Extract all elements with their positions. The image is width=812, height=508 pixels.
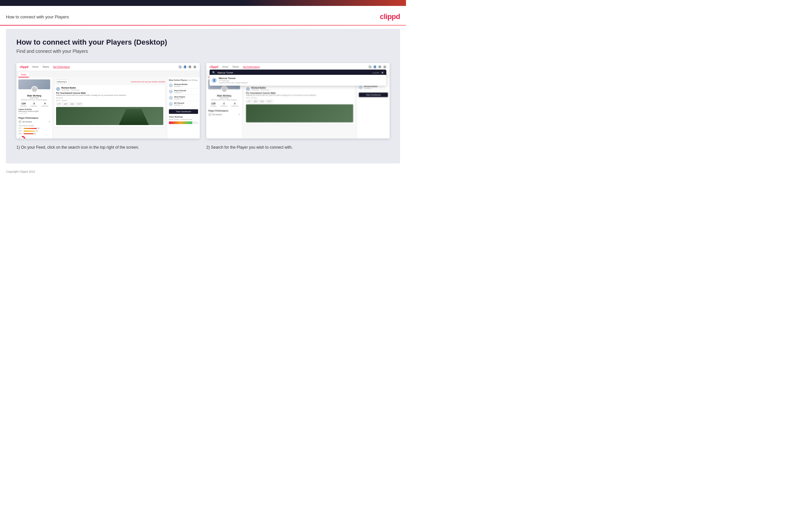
nav-link-home[interactable]: Home bbox=[33, 66, 39, 68]
feed-header: Following ▾ Control who can see your act… bbox=[54, 79, 165, 84]
caption-1: 1) On your Feed, click on the search ico… bbox=[16, 144, 200, 150]
stat-followers: 3 Followers bbox=[31, 102, 37, 107]
activity-avatar bbox=[56, 87, 60, 91]
stat-following: 4 Following bbox=[41, 102, 48, 107]
tag-putt: PUTT bbox=[76, 102, 83, 106]
tag-arg: ARG bbox=[69, 102, 76, 106]
page-title: How to connect with your Players bbox=[6, 14, 69, 19]
search-result-club: Cypress Point Club, United Kingdom bbox=[219, 82, 248, 84]
player-list-item-3: Hiral Pujara Activities: 3 bbox=[169, 95, 198, 101]
search-result-name: Marcus Turner bbox=[219, 77, 248, 80]
quality-bar-app: APP 70 bbox=[18, 130, 50, 132]
profile-sidebar: Blair McHarg Golf Coach Mill Ride Golf C… bbox=[16, 78, 52, 138]
app-right-panel: Most Active Players Last 30 days Richard… bbox=[167, 78, 200, 138]
heatmap-bar-fill bbox=[169, 121, 192, 124]
header: How to connect with your Players clippd bbox=[0, 6, 406, 25]
feed-bg: Following ▾ Control who can see your act… bbox=[242, 78, 357, 138]
team-heatmap-title: Team Heatmap bbox=[169, 116, 198, 118]
player-performance-label: Player Performance bbox=[18, 117, 50, 119]
app-body-bg: Blair McHarg Golf Coach Mill Ride Golf C… bbox=[206, 78, 390, 138]
profile-avatar bbox=[31, 86, 38, 92]
activity-date: 27 Jul 2022 bbox=[18, 112, 50, 114]
app-feed: Following ▾ Control who can see your act… bbox=[52, 78, 167, 138]
activity-user: Richard Butler Yesterday · The Grove bbox=[56, 87, 163, 91]
shot-tags: OTT APP ARG PUTT bbox=[56, 102, 163, 106]
feed-tab[interactable]: Feed bbox=[18, 73, 29, 78]
profile-club: Mill Ride Golf Club, United Kingdom bbox=[18, 99, 50, 101]
sidebar-bg: Blair McHarg Golf Coach Mill Ride Golf C… bbox=[206, 78, 242, 138]
team-heatmap-sub: Player Quality · 20 Round Trend bbox=[169, 119, 198, 120]
player-perf-label-bg: Player Performance bbox=[208, 110, 240, 112]
screenshot-block-1: clippd Home Teams My Performance 🔍 👤 ⚙ ●… bbox=[16, 63, 200, 150]
avatar-icon[interactable]: ● bbox=[193, 65, 196, 69]
player-avatar-4 bbox=[169, 102, 173, 106]
right-bg: Most Active Players - Last 30 days Richa… bbox=[357, 78, 390, 138]
tag-ott: OTT bbox=[56, 102, 62, 106]
search-input[interactable] bbox=[218, 71, 371, 74]
control-link[interactable]: Control who can see your activity and da… bbox=[131, 81, 165, 83]
screenshots-container: clippd Home Teams My Performance 🔍 👤 ⚙ ●… bbox=[16, 63, 390, 150]
main-heading: How to connect with your Players (Deskto… bbox=[16, 38, 390, 47]
nav-link-teams[interactable]: Teams bbox=[42, 66, 49, 68]
activity-image bbox=[56, 107, 163, 125]
screenshot-block-2: clippd Home Teams My Performance 🔍 👤 ⚙ ●… bbox=[206, 63, 390, 150]
search-result-avatar: 👤 bbox=[211, 78, 217, 83]
score-circle: 84 bbox=[18, 136, 26, 138]
nav-link-performance[interactable]: My Performance bbox=[53, 66, 70, 68]
player-select[interactable]: Eli Vincent ▾ bbox=[18, 120, 50, 123]
stat-activities: 129 Activities bbox=[20, 102, 27, 107]
app-body-1: Blair McHarg Golf Coach Mill Ride Golf C… bbox=[16, 78, 200, 138]
copyright-text: Copyright Clippd 2022 bbox=[6, 170, 35, 173]
clear-button[interactable]: CLEAR bbox=[373, 72, 379, 74]
profile-banner bbox=[18, 79, 50, 89]
app-nav-icons: 🔍 👤 ⚙ ● bbox=[178, 65, 196, 69]
quality-bar-ott: OTT 79 bbox=[18, 127, 50, 129]
select-chevron-icon: ▾ bbox=[49, 120, 50, 123]
team-dashboard-button[interactable]: Team Dashboard bbox=[169, 109, 198, 114]
app-nav-1: clippd Home Teams My Performance 🔍 👤 ⚙ ● bbox=[16, 63, 200, 71]
tag-app: APP bbox=[63, 102, 68, 106]
search-icon[interactable]: 🔍 bbox=[178, 65, 182, 69]
latest-activity-section: Latest Activity Afternoon round of golf … bbox=[18, 108, 50, 114]
most-active-title: Most Active Players Last 30 days bbox=[169, 79, 198, 81]
total-quality-label: Total Player Quality bbox=[18, 125, 50, 127]
search-magnifier-icon: 🔍 bbox=[212, 71, 216, 74]
close-button[interactable]: ✕ bbox=[381, 71, 384, 75]
search-result-dropdown: 👤 Marcus Turner 1.5 Handicap Cypress Poi… bbox=[209, 75, 386, 86]
score-value: 84 bbox=[20, 137, 25, 139]
profile-name: Blair McHarg bbox=[18, 94, 50, 97]
main-content: How to connect with your Players (Deskto… bbox=[6, 29, 400, 163]
search-result-info: Marcus Turner 1.5 Handicap Cypress Point… bbox=[219, 77, 248, 84]
activity-card: Richard Butler Yesterday · The Grove Pre… bbox=[54, 85, 165, 127]
settings-icon-bg: ⚙ bbox=[378, 65, 381, 69]
caption-2: 2) Search for the Player you wish to con… bbox=[206, 144, 390, 150]
user-icon[interactable]: 👤 bbox=[183, 65, 187, 69]
following-button[interactable]: Following ▾ bbox=[54, 79, 69, 84]
search-icon-bg: 🔍 bbox=[368, 65, 372, 69]
avatar-icon-bg: ● bbox=[383, 65, 386, 69]
player-avatar-1 bbox=[169, 83, 173, 87]
footer: Copyright Clippd 2022 bbox=[0, 167, 406, 176]
user-icon-bg: 👤 bbox=[373, 65, 377, 69]
header-divider bbox=[0, 25, 406, 26]
quality-bar-arg: ARG 61 bbox=[18, 133, 50, 134]
logo: clippd bbox=[380, 12, 400, 21]
player-select-avatar bbox=[18, 120, 21, 123]
heatmap-bar bbox=[169, 121, 198, 124]
search-result-item[interactable]: 👤 Marcus Turner 1.5 Handicap Cypress Poi… bbox=[211, 77, 384, 84]
player-list-item-1: Richard Butler Activities: 7 bbox=[169, 82, 198, 89]
profile-stats: 129 Activities 3 Followers 4 Following bbox=[18, 102, 50, 107]
top-bar bbox=[0, 0, 406, 6]
player-list-item-2: Piers Parnell Activities: 4 bbox=[169, 89, 198, 95]
player-avatar-2 bbox=[169, 90, 173, 93]
golfer-silhouette bbox=[115, 109, 152, 125]
settings-icon[interactable]: ⚙ bbox=[188, 65, 192, 69]
activity-card-bg: Richard Butler Yesterday · The Grove Pre… bbox=[244, 85, 355, 124]
screenshot-mockup-1: clippd Home Teams My Performance 🔍 👤 ⚙ ●… bbox=[16, 63, 200, 138]
screenshot-mockup-2: clippd Home Teams My Performance 🔍 👤 ⚙ ●… bbox=[206, 63, 390, 138]
player-avatar-3 bbox=[169, 96, 173, 100]
profile-avatar-bg bbox=[221, 86, 228, 92]
player-list-item-4: Eli Vincent Activities: 1 bbox=[169, 101, 198, 107]
main-subheading: Find and connect with your Players bbox=[16, 49, 390, 54]
app-logo-small: clippd bbox=[20, 65, 29, 69]
